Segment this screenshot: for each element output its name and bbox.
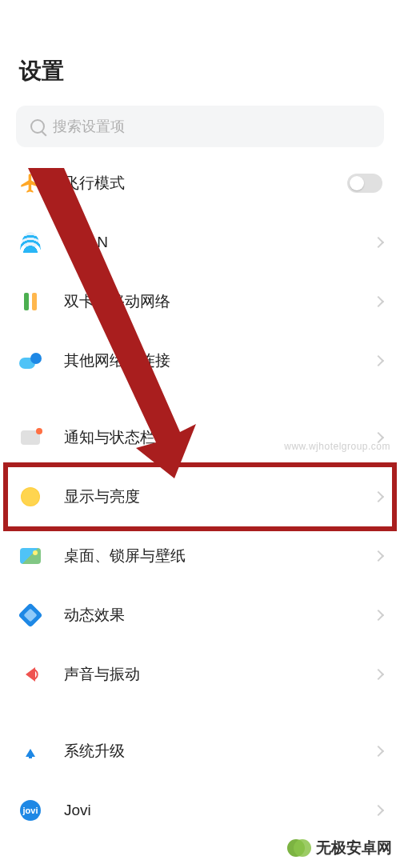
row-label: 系统升级 xyxy=(64,741,374,762)
settings-row-wlan[interactable]: WLAN xyxy=(0,213,400,272)
row-label: 桌面、锁屏与壁纸 xyxy=(64,546,374,566)
watermark-logo-icon xyxy=(287,836,311,860)
chevron-right-icon xyxy=(373,355,384,366)
motion-icon xyxy=(18,602,42,627)
row-label: 飞行模式 xyxy=(64,173,347,194)
settings-row-airplane[interactable]: 飞行模式 xyxy=(0,154,400,213)
settings-row-upgrade[interactable]: 系统升级 xyxy=(0,722,400,781)
chevron-right-icon xyxy=(373,296,384,307)
settings-row-sound[interactable]: 声音与振动 xyxy=(0,645,400,704)
settings-row-jovi[interactable]: joviJovi xyxy=(0,781,400,840)
settings-row-other-net[interactable]: 其他网络与连接 xyxy=(0,331,400,390)
settings-row-display[interactable]: 显示与亮度 xyxy=(0,467,400,526)
wallpaper-icon xyxy=(20,548,41,564)
chevron-right-icon xyxy=(373,610,384,621)
search-input[interactable]: 搜索设置项 xyxy=(16,106,384,147)
watermark: 无极安卓网 xyxy=(287,836,392,860)
row-label: 显示与亮度 xyxy=(64,486,374,507)
airplane-icon xyxy=(19,172,42,194)
row-label: Jovi xyxy=(64,802,374,819)
settings-row-notif[interactable]: 通知与状态栏 xyxy=(0,408,400,467)
row-label: 动态效果 xyxy=(64,605,374,626)
watermark-text: 无极安卓网 xyxy=(316,838,392,858)
wifi-icon xyxy=(20,232,41,253)
chevron-right-icon xyxy=(373,550,384,562)
chevron-right-icon xyxy=(373,746,384,757)
search-icon xyxy=(30,119,45,134)
settings-list: 飞行模式WLAN双卡与移动网络其他网络与连接通知与状态栏显示与亮度桌面、锁屏与壁… xyxy=(0,154,400,840)
sound-icon xyxy=(22,666,39,683)
row-label: WLAN xyxy=(64,234,374,251)
link-icon xyxy=(19,353,42,369)
row-label: 声音与振动 xyxy=(64,664,374,685)
search-placeholder: 搜索设置项 xyxy=(53,117,125,136)
jovi-icon: jovi xyxy=(20,800,41,821)
toggle-switch[interactable] xyxy=(347,174,382,193)
sim-icon xyxy=(24,293,37,310)
notification-icon xyxy=(21,430,40,445)
upgrade-icon xyxy=(22,742,39,760)
row-label: 双卡与移动网络 xyxy=(64,291,374,312)
watermark-url: www.wjhotelgroup.com xyxy=(284,441,390,452)
chevron-right-icon xyxy=(373,805,384,816)
page-title: 设置 xyxy=(0,0,400,106)
brightness-icon xyxy=(21,487,40,506)
settings-row-sim[interactable]: 双卡与移动网络 xyxy=(0,272,400,331)
settings-row-wallpaper[interactable]: 桌面、锁屏与壁纸 xyxy=(0,526,400,586)
chevron-right-icon xyxy=(373,237,384,248)
chevron-right-icon xyxy=(373,669,384,680)
row-label: 其他网络与连接 xyxy=(64,350,374,371)
chevron-right-icon xyxy=(373,491,384,502)
settings-row-motion[interactable]: 动态效果 xyxy=(0,586,400,645)
